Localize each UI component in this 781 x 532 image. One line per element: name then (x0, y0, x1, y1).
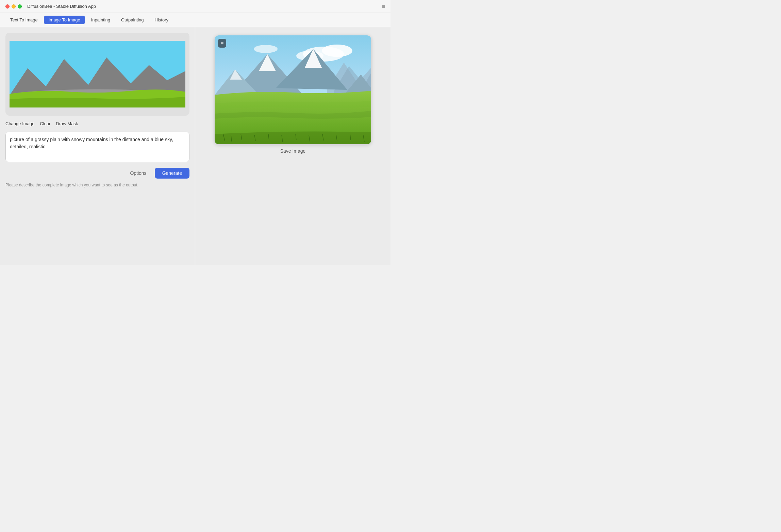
clear-button[interactable]: Clear (40, 121, 50, 126)
change-image-button[interactable]: Change Image (5, 121, 34, 126)
titlebar-left: DiffusionBee - Stable Diffusion App (5, 4, 96, 9)
nav-bar: Text To Image Image To Image Inpainting … (0, 13, 390, 27)
generate-button[interactable]: Generate (155, 168, 189, 179)
tab-text-to-image[interactable]: Text To Image (5, 16, 43, 24)
draw-mask-button[interactable]: Draw Mask (56, 121, 78, 126)
source-image (10, 37, 185, 112)
output-image-wrapper: ≡ (215, 35, 371, 144)
image-actions: Change Image Clear Draw Mask (5, 120, 189, 128)
close-button[interactable] (5, 4, 10, 9)
maximize-button[interactable] (18, 4, 22, 9)
tab-inpainting[interactable]: Inpainting (86, 16, 115, 24)
titlebar: DiffusionBee - Stable Diffusion App ≡ (0, 0, 390, 13)
output-image-svg (215, 35, 371, 144)
minimize-button[interactable] (12, 4, 16, 9)
options-button[interactable]: Options (126, 168, 150, 178)
tab-image-to-image[interactable]: Image To Image (44, 16, 85, 24)
bottom-controls: Options Generate (5, 166, 189, 180)
svg-point-8 (254, 45, 278, 53)
main-layout: Change Image Clear Draw Mask Options Gen… (0, 27, 390, 265)
save-image-label[interactable]: Save Image (280, 148, 306, 154)
right-panel: ≡ Save Image (195, 27, 390, 265)
traffic-lights (5, 4, 22, 9)
svg-point-6 (322, 45, 352, 57)
tab-outpainting[interactable]: Outpainting (116, 16, 149, 24)
tab-history[interactable]: History (150, 16, 173, 24)
menu-icon[interactable]: ≡ (382, 3, 385, 10)
prompt-textarea[interactable] (5, 132, 189, 162)
source-image-svg (10, 37, 185, 112)
image-container (5, 33, 189, 116)
output-menu-icon: ≡ (221, 40, 223, 46)
output-menu-button[interactable]: ≡ (218, 39, 226, 48)
left-panel: Change Image Clear Draw Mask Options Gen… (0, 27, 195, 265)
app-title: DiffusionBee - Stable Diffusion App (27, 4, 96, 9)
footer-hint: Please describe the complete image which… (5, 183, 189, 187)
